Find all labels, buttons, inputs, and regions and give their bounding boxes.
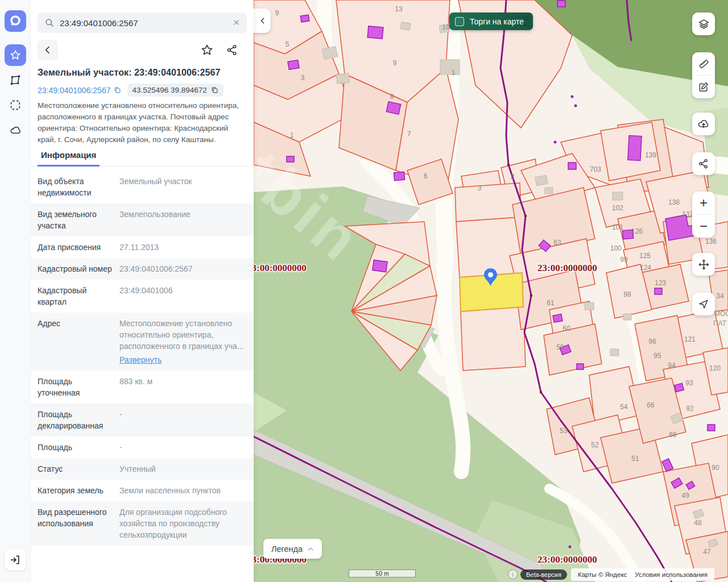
favorite-button[interactable] [197, 40, 217, 60]
my-location-button[interactable] [692, 293, 715, 315]
sidebar-item-favorites[interactable] [5, 44, 26, 66]
parcel-number: 125 [639, 252, 651, 260]
info-value: Местоположение установлено относительно … [119, 318, 247, 365]
zoom-out-button[interactable]: − [692, 215, 715, 238]
locate-control [692, 293, 715, 315]
sidebar-item-area-select[interactable] [5, 94, 26, 116]
cloud-icon [9, 124, 22, 137]
search-input[interactable]: 23:49:0401006:2567 ✕ [38, 13, 247, 33]
edit-button[interactable] [692, 76, 715, 98]
info-label: Адрес [38, 318, 113, 365]
info-row: Категория земельЗемли населенных пунктов [31, 480, 254, 501]
parcel-number: 9 [275, 9, 279, 17]
toggle-checkbox[interactable] [455, 17, 464, 26]
copy-icon[interactable] [113, 86, 122, 94]
coordinates-chip[interactable]: 43.525496 39.894672 [127, 84, 223, 97]
login-button[interactable] [5, 549, 26, 571]
zoom-control: + − [692, 192, 715, 238]
share-button[interactable] [222, 40, 242, 60]
parcel-number: 60 [562, 325, 570, 332]
parcel-number: 59 [556, 343, 564, 351]
map-pin[interactable] [483, 267, 498, 293]
detail-panel: 23:49:0401006:2567 ✕ Земельный участок: … [31, 0, 254, 582]
app-logo[interactable] [5, 10, 26, 32]
layers-control [692, 13, 715, 35]
coordinates-text: 43.525496 39.894672 [132, 86, 206, 94]
clear-search-icon[interactable]: ✕ [233, 18, 240, 28]
info-label: Площадь уточненная [38, 376, 113, 398]
info-value: 27.11.2013 [119, 242, 247, 253]
share-map-control [692, 152, 715, 175]
cadastral-chips: 23:49:0401006:2567 43.525496 39.894672 [38, 84, 247, 97]
info-table: Вид объекта недвижимостиЗемельный участо… [31, 171, 254, 546]
measure-button[interactable] [692, 52, 715, 75]
parcel-number: 10 [442, 23, 449, 31]
layers-button[interactable] [692, 13, 715, 35]
toggle-label: Торги на карте [470, 17, 524, 26]
parcel-number: 100 [610, 244, 622, 252]
chevron-up-icon [307, 546, 314, 552]
info-icon[interactable]: i [508, 569, 518, 579]
upload-control [692, 113, 715, 135]
parcel-number: 54 [620, 403, 627, 411]
star-icon [9, 49, 22, 61]
parcel-number: 98 [623, 290, 631, 298]
back-button[interactable] [38, 40, 58, 60]
info-label: Статус [38, 463, 113, 475]
parcel-number: 51 [631, 455, 639, 463]
chevron-left-icon [43, 45, 52, 55]
ruler-icon [698, 58, 710, 70]
navigation-arrow-icon [698, 298, 709, 310]
map-copyright[interactable]: Карты © Яндекс [578, 571, 627, 578]
info-value: 883 кв. м [119, 376, 247, 398]
parcel-number: 52 [591, 441, 598, 449]
search-icon [44, 18, 55, 28]
parcel-number: 95 [653, 352, 661, 360]
parcel-number: 3 [301, 74, 305, 82]
pan-button[interactable] [692, 253, 715, 276]
parcel-number: 53 [560, 427, 567, 435]
sidebar-item-polygon-select[interactable] [5, 69, 26, 91]
info-value: Землепользование [119, 209, 247, 231]
zoom-in-button[interactable]: + [692, 192, 715, 214]
terms-link[interactable]: Условия использования [635, 571, 708, 578]
expand-address-link[interactable]: Развернуть [119, 354, 162, 365]
info-row: Площадь декларированная- [31, 404, 254, 436]
info-row: СтатусУчтенный [31, 458, 254, 480]
share-map-button[interactable] [692, 152, 715, 175]
logo-icon [8, 14, 23, 28]
cloud-upload-button[interactable] [692, 113, 715, 135]
info-row: АдресМестоположение установлено относите… [31, 313, 254, 371]
icon-rail [0, 0, 31, 582]
copy-icon[interactable] [210, 86, 219, 94]
parcel-number: 99 [620, 256, 627, 264]
sidebar-item-cloud[interactable] [5, 119, 26, 141]
parcel-number: 102 [612, 204, 623, 212]
edit-icon [698, 81, 709, 93]
parcel-number: 61 [547, 299, 554, 307]
tab-information[interactable]: Информация [38, 148, 100, 167]
cadastral-number-link[interactable]: 23:49:0401006:2567 [38, 86, 122, 95]
info-value: Земли населенных пунктов [119, 485, 247, 496]
collapse-panel-button[interactable] [254, 9, 271, 33]
parcel-number: 94 [668, 361, 675, 369]
legend-button[interactable]: Легенда [263, 539, 322, 559]
tab-bar: Информация [31, 148, 254, 167]
info-label: Вид земельного участка [38, 209, 113, 231]
map-canvas[interactable]: tbin 23:00:000000023:00:000000023:00:000… [254, 0, 728, 582]
info-label: Дата присвоения [38, 242, 113, 253]
parcel-number: 9 [393, 59, 397, 67]
share-icon [698, 158, 709, 169]
info-row: Вид земельного участкаЗемлепользование [31, 203, 254, 236]
parcel-number: 48 [694, 519, 701, 527]
info-label: Площадь [38, 442, 113, 453]
parcel-number: 124 [640, 264, 651, 272]
scale-bar: 50 m [349, 569, 416, 577]
info-label: Площадь декларированная [38, 409, 113, 431]
auctions-on-map-toggle[interactable]: Торги на карте [449, 13, 533, 30]
parcel-number: 65 [669, 431, 676, 439]
info-label: Вид разрешенного использования [38, 506, 113, 541]
move-icon [698, 259, 710, 271]
parcel-number: 136 [705, 238, 717, 246]
location-description: Местоположение установлено относительно … [38, 100, 247, 146]
